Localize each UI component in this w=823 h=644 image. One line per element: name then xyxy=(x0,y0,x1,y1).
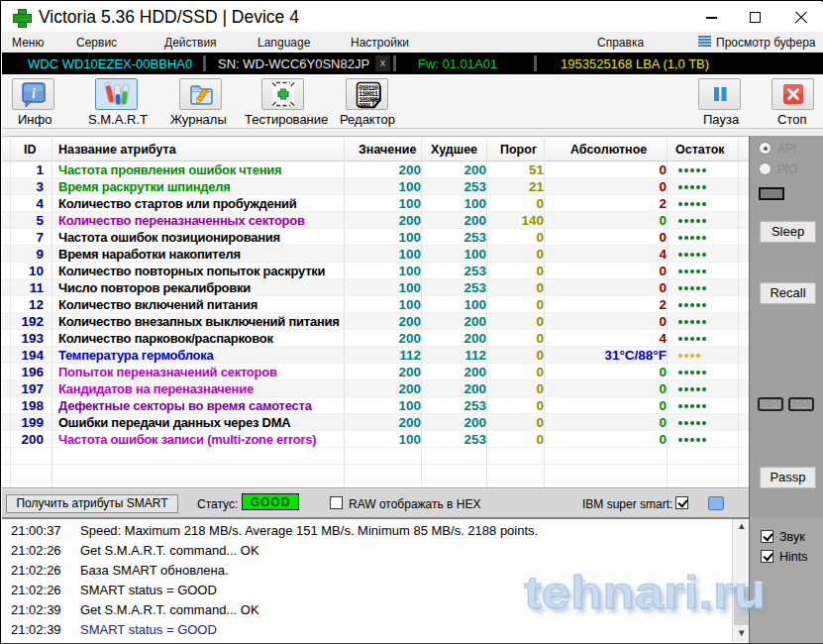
svg-text:i: i xyxy=(32,86,36,101)
svg-text:0001: 0001 xyxy=(359,102,372,109)
